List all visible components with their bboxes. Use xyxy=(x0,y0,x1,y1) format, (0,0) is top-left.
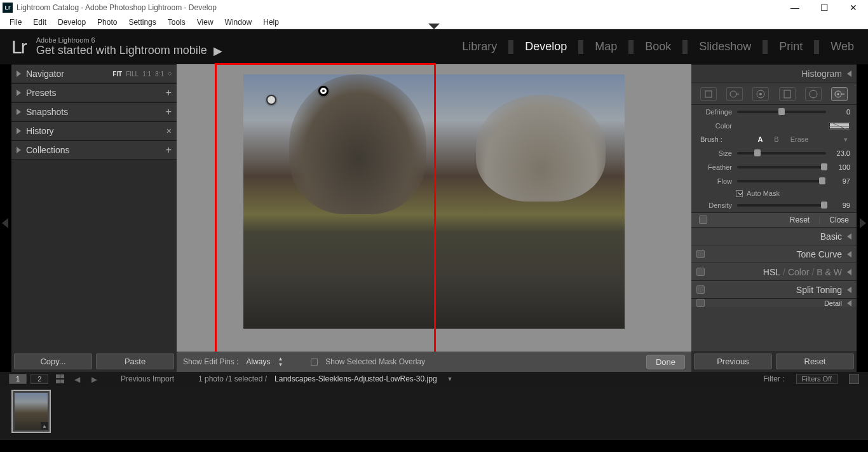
close-button[interactable]: ✕ xyxy=(839,0,868,15)
brush-close-button[interactable]: Close xyxy=(829,216,849,224)
chevron-down-icon[interactable]: ▾ xyxy=(844,135,848,144)
histogram-header[interactable]: Histogram xyxy=(691,64,857,83)
copy-button[interactable]: Copy... xyxy=(14,353,92,369)
snapshots-header[interactable]: Snapshots + xyxy=(11,102,177,121)
previous-button[interactable]: Previous xyxy=(694,353,772,369)
menu-view[interactable]: View xyxy=(191,18,219,27)
flow-row: Flow 97 xyxy=(691,174,857,188)
filter-select[interactable]: Filters Off xyxy=(796,374,837,384)
automask-checkbox[interactable] xyxy=(736,190,743,197)
module-library[interactable]: Library xyxy=(459,40,499,53)
grid-icon[interactable] xyxy=(56,374,65,383)
spot-tool-icon[interactable] xyxy=(726,87,743,101)
size-slider[interactable] xyxy=(737,152,826,154)
next-photo-icon[interactable]: ► xyxy=(90,374,99,385)
panel-toggle-switch[interactable] xyxy=(699,216,707,224)
collections-header[interactable]: Collections + xyxy=(11,140,177,160)
crop-tool-icon[interactable] xyxy=(700,87,717,101)
flow-slider[interactable] xyxy=(737,180,826,182)
source-label[interactable]: Previous Import xyxy=(121,374,174,383)
add-icon[interactable]: + xyxy=(166,106,172,118)
menu-window[interactable]: Window xyxy=(219,18,258,27)
module-print[interactable]: Print xyxy=(776,40,805,53)
module-map[interactable]: Map xyxy=(592,40,620,53)
history-header[interactable]: History × xyxy=(11,121,177,140)
display-2[interactable]: 2 xyxy=(31,374,48,384)
display-1[interactable]: 1 xyxy=(9,374,27,384)
brush-mode-erase[interactable]: Erase xyxy=(790,135,809,144)
done-button[interactable]: Done xyxy=(646,355,685,369)
reset-button[interactable]: Reset xyxy=(776,353,854,369)
maximize-button[interactable]: ☐ xyxy=(810,0,839,15)
module-web[interactable]: Web xyxy=(828,40,857,53)
menu-tools[interactable]: Tools xyxy=(162,18,191,27)
redeye-tool-icon[interactable] xyxy=(752,87,769,101)
mobile-prompt-label: Get started with Lightroom mobile xyxy=(36,44,207,57)
prev-photo-icon[interactable]: ◄ xyxy=(72,374,82,385)
hsl-section[interactable]: HSL/Color/B & W xyxy=(691,263,857,280)
secondary-toolbar: 1 2 ◄ ► Previous Import 1 photo /1 selec… xyxy=(0,372,868,386)
panel-toggle-switch[interactable] xyxy=(696,250,705,258)
size-row: Size 23.0 xyxy=(691,146,857,160)
brush-mode-a[interactable]: A xyxy=(757,135,763,144)
photo-preview[interactable] xyxy=(243,74,625,329)
menu-help[interactable]: Help xyxy=(257,18,285,27)
right-panel-footer: Previous Reset xyxy=(691,351,857,372)
tool-strip xyxy=(691,83,857,105)
mobile-prompt[interactable]: Get started with Lightroom mobile ▶ xyxy=(36,44,222,58)
adjustment-pin[interactable] xyxy=(266,95,276,105)
feather-slider[interactable] xyxy=(737,166,826,168)
left-panel-toggle[interactable] xyxy=(2,218,8,228)
top-panel-toggle[interactable] xyxy=(428,24,440,29)
clear-icon[interactable]: × xyxy=(166,126,172,136)
density-slider[interactable] xyxy=(737,204,826,207)
panel-toggle-switch[interactable] xyxy=(696,299,705,307)
navigator-zoom-options[interactable]: FIT FILL 1:1 3:1 ◇ xyxy=(112,71,172,78)
mask-overlay-checkbox[interactable] xyxy=(311,359,318,366)
panel-toggle-switch[interactable] xyxy=(696,268,705,276)
adjustment-brush-icon[interactable] xyxy=(831,87,848,101)
dropdown-icon[interactable]: ▼ xyxy=(447,376,453,382)
radial-filter-icon[interactable] xyxy=(805,87,822,101)
module-book[interactable]: Book xyxy=(642,40,674,53)
add-icon[interactable]: + xyxy=(166,144,172,156)
show-edit-pins-value[interactable]: Always xyxy=(246,357,270,366)
paste-button[interactable]: Paste xyxy=(96,353,174,369)
splittoning-section[interactable]: Split Toning xyxy=(691,280,857,298)
defringe-slider[interactable] xyxy=(737,111,826,113)
adjustment-pin-active[interactable] xyxy=(318,86,329,96)
navigator-header[interactable]: Navigator FIT FILL 1:1 3:1 ◇ xyxy=(11,64,177,83)
tonecurve-section[interactable]: Tone Curve xyxy=(691,245,857,263)
display-mode-segment[interactable]: 1 2 xyxy=(9,374,48,384)
menu-file[interactable]: File xyxy=(4,18,27,27)
brush-reset-button[interactable]: Reset xyxy=(790,216,810,224)
presets-header[interactable]: Presets + xyxy=(11,83,177,102)
window-controls: — ☐ ✕ xyxy=(780,0,868,15)
minimize-button[interactable]: — xyxy=(780,0,810,15)
color-swatch[interactable] xyxy=(829,122,850,130)
mask-overlay-label: Show Selected Mask Overlay xyxy=(325,357,425,366)
add-icon[interactable]: + xyxy=(166,87,172,99)
panel-toggle-switch[interactable] xyxy=(696,285,705,294)
detail-section[interactable]: Detail xyxy=(691,298,857,307)
snapshots-label: Snapshots xyxy=(26,107,68,117)
menu-photo[interactable]: Photo xyxy=(92,18,123,27)
filter-lock-icon[interactable] xyxy=(849,374,859,384)
app-version-label: Adobe Lightroom 6 xyxy=(36,36,222,44)
count-label: 1 photo /1 selected / xyxy=(198,374,267,383)
menu-settings[interactable]: Settings xyxy=(123,18,161,27)
module-develop[interactable]: Develop xyxy=(522,40,569,53)
updown-icon[interactable]: ▲▼ xyxy=(278,356,283,367)
filmstrip-thumbnail[interactable]: ± xyxy=(11,390,51,433)
basic-section[interactable]: Basic xyxy=(691,227,857,245)
module-slideshow[interactable]: Slideshow xyxy=(696,40,754,53)
menu-edit[interactable]: Edit xyxy=(27,18,52,27)
graduated-filter-icon[interactable] xyxy=(779,87,796,101)
menu-develop[interactable]: Develop xyxy=(52,18,92,27)
svg-point-7 xyxy=(837,93,839,95)
right-panel-toggle[interactable] xyxy=(860,218,866,228)
defringe-row: Defringe 0 xyxy=(691,105,857,119)
filter-label: Filter : xyxy=(763,374,784,383)
brush-mode-b[interactable]: B xyxy=(774,135,778,144)
chevron-left-icon xyxy=(847,287,851,293)
